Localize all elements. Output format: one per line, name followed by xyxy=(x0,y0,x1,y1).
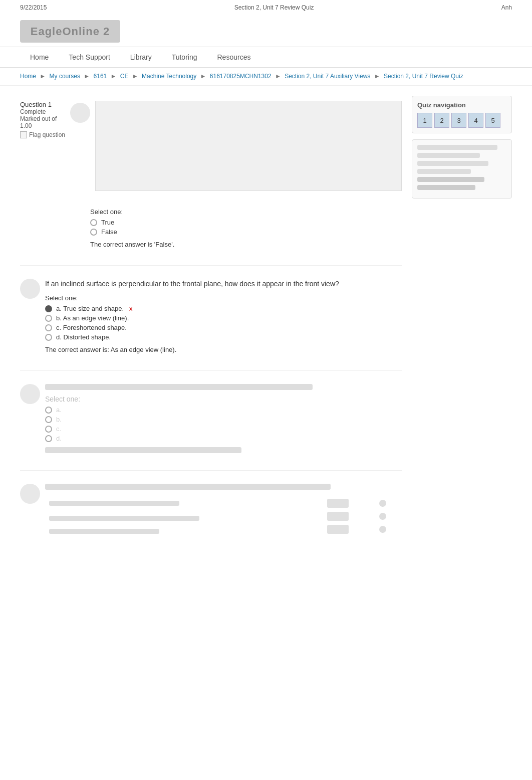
nav-resources[interactable]: Resources xyxy=(207,47,261,67)
top-bar: 9/22/2015 Section 2, Unit 7 Review Quiz … xyxy=(0,0,532,15)
q2-option-d[interactable]: d. Distorted shape. xyxy=(45,333,402,341)
question-2-row: If an inclined surface is perpendicular … xyxy=(20,279,402,353)
question-2-block: If an inclined surface is perpendicular … xyxy=(20,274,402,358)
q2-radio-b[interactable] xyxy=(45,315,52,322)
sidebar-info-1 xyxy=(417,145,497,150)
question-1-label: Question 1 xyxy=(20,101,70,108)
q2-option-b[interactable]: b. As an edge view (line). xyxy=(45,314,402,322)
q2-options-list: a. True size and shape. x b. As an edge … xyxy=(45,305,402,341)
q1-radio-true[interactable] xyxy=(90,219,97,226)
q2-select-label: Select one: xyxy=(45,294,402,302)
q2-radio-d[interactable] xyxy=(45,334,52,341)
question-4-block xyxy=(20,479,402,541)
q3-radio-b[interactable] xyxy=(45,416,52,423)
q2-option-c[interactable]: c. Foreshortened shape. xyxy=(45,324,402,331)
question-1-status: Complete xyxy=(20,108,70,115)
q1-option-false[interactable]: False xyxy=(90,228,174,236)
q3-radio-a[interactable] xyxy=(45,407,52,414)
question-1-row: Question 1 Complete Marked out of 1.00 F… xyxy=(20,101,402,196)
q3-option-c[interactable]: c. xyxy=(45,425,402,433)
question-4-content xyxy=(45,484,402,536)
breadcrumb-review-quiz[interactable]: Section 2, Unit 7 Review Quiz xyxy=(384,73,463,80)
sidebar-info-5 xyxy=(417,177,484,182)
breadcrumb: Home ► My courses ► 6161 ► CE ► Machine … xyxy=(0,68,532,86)
page-title: Section 2, Unit 7 Review Quiz xyxy=(234,4,314,11)
content-area: Question 1 Complete Marked out of 1.00 F… xyxy=(0,86,532,563)
quiz-navigation-block: Quiz navigation 1 2 3 4 5 xyxy=(412,96,512,133)
q3-options-list: a. b. c. d. xyxy=(45,406,402,442)
q3-radio-c[interactable] xyxy=(45,426,52,433)
q2-text: If an inclined surface is perpendicular … xyxy=(45,279,402,289)
q3-radio-d[interactable] xyxy=(45,435,52,442)
quiz-nav-btn-1[interactable]: 1 xyxy=(417,113,432,128)
question-4-row xyxy=(20,484,402,536)
question-3-icon xyxy=(20,384,40,404)
breadcrumb-mycourses[interactable]: My courses xyxy=(50,73,80,80)
q1-options-list: True False xyxy=(90,219,174,236)
logo: EagleOnline 2 xyxy=(20,20,120,43)
divider-2 xyxy=(20,370,402,371)
question-1-image xyxy=(95,101,402,191)
q2-radio-a[interactable] xyxy=(45,305,52,312)
date-label: 9/22/2015 xyxy=(20,4,47,11)
q2-mark-x: x xyxy=(129,305,133,312)
question-1-icon xyxy=(70,103,90,123)
nav-tech-support[interactable]: Tech Support xyxy=(59,47,120,67)
sidebar-info-2 xyxy=(417,153,480,158)
breadcrumb-course-id[interactable]: 616170825MCHN1302 xyxy=(210,73,272,80)
quiz-nav-btn-3[interactable]: 3 xyxy=(451,113,466,128)
question-3-row: Select one: a. b. c. xyxy=(20,384,402,453)
q3-option-b[interactable]: b. xyxy=(45,416,402,423)
question-1-options-block: Select one: True False The correct answe… xyxy=(90,208,174,248)
breadcrumb-ce[interactable]: CE xyxy=(120,73,129,80)
quiz-nav-buttons: 1 2 3 4 5 xyxy=(417,113,506,128)
table-row xyxy=(45,510,402,523)
sidebar-info-3 xyxy=(417,161,488,166)
sidebar-info-6 xyxy=(417,185,475,190)
q1-option-true[interactable]: True xyxy=(90,219,174,226)
divider-1 xyxy=(20,265,402,266)
question-1-block: Question 1 Complete Marked out of 1.00 F… xyxy=(20,96,402,253)
q3-answer-blurred xyxy=(45,447,241,453)
nav-home[interactable]: Home xyxy=(20,47,59,67)
question-2-content: If an inclined surface is perpendicular … xyxy=(45,279,402,353)
question-2-icon xyxy=(20,279,40,299)
question-1-meta: Question 1 Complete Marked out of 1.00 F… xyxy=(20,101,70,138)
table-row xyxy=(45,497,402,510)
q3-option-a[interactable]: a. xyxy=(45,406,402,414)
sidebar: Quiz navigation 1 2 3 4 5 xyxy=(412,96,512,553)
question-1-options-row: Select one: True False The correct answe… xyxy=(20,208,402,248)
nav-library[interactable]: Library xyxy=(120,47,162,67)
q3-option-d[interactable]: d. xyxy=(45,435,402,442)
quiz-info-block xyxy=(412,139,512,199)
question-1-mark: Marked out of 1.00 xyxy=(20,115,70,129)
quiz-nav-btn-2[interactable]: 2 xyxy=(434,113,449,128)
breadcrumb-home[interactable]: Home xyxy=(20,73,36,80)
flag-checkbox-1[interactable] xyxy=(20,131,27,138)
q1-select-label: Select one: xyxy=(90,208,174,216)
q1-radio-false[interactable] xyxy=(90,229,97,236)
q3-text-blurred xyxy=(45,384,313,390)
question-3-block: Select one: a. b. c. xyxy=(20,379,402,458)
q3-select-label: Select one: xyxy=(45,395,402,403)
question-4-icon xyxy=(20,484,40,504)
q1-correct-answer: The correct answer is 'False'. xyxy=(90,241,174,248)
sidebar-info-4 xyxy=(417,169,471,174)
question-1-content xyxy=(95,101,402,196)
main-content: Question 1 Complete Marked out of 1.00 F… xyxy=(20,96,402,553)
flag-question-1[interactable]: Flag question xyxy=(20,131,70,138)
main-nav: Home Tech Support Library Tutoring Resou… xyxy=(0,47,532,68)
user-name: Anh xyxy=(501,4,512,11)
breadcrumb-machine-technology[interactable]: Machine Technology xyxy=(142,73,196,80)
breadcrumb-6161[interactable]: 6161 xyxy=(94,73,107,80)
logo-area: EagleOnline 2 xyxy=(0,15,532,47)
nav-tutoring[interactable]: Tutoring xyxy=(162,47,207,67)
divider-3 xyxy=(20,470,402,471)
quiz-nav-btn-5[interactable]: 5 xyxy=(485,113,500,128)
q4-text-blurred xyxy=(45,484,331,490)
q2-option-a[interactable]: a. True size and shape. x xyxy=(45,305,402,312)
q4-table xyxy=(45,497,402,536)
q2-radio-c[interactable] xyxy=(45,324,52,331)
quiz-nav-btn-4[interactable]: 4 xyxy=(468,113,483,128)
breadcrumb-aux-views[interactable]: Section 2, Unit 7 Auxiliary Views xyxy=(285,73,370,80)
